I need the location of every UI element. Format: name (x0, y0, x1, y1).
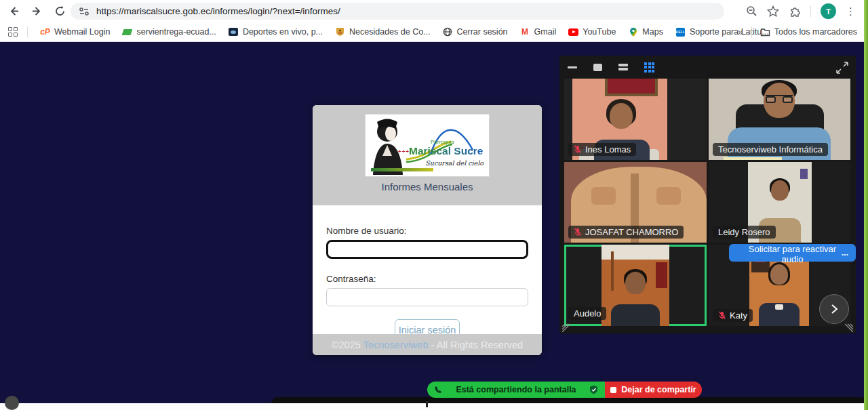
dell-icon: DELL (675, 27, 686, 37)
phone-icon (434, 386, 443, 394)
meeting-panel: Ines Lomas Tecnoserviweb Informática JOS… (559, 56, 856, 333)
stop-share-button[interactable]: Dejar de compartir (605, 382, 702, 398)
globe-icon (443, 27, 453, 37)
video-tile-tecnoserviweb[interactable]: Tecnoserviweb Informática (709, 79, 850, 160)
all-bookmarks-button[interactable]: Todos los marcadores (760, 27, 857, 37)
meeting-panel-header (559, 56, 856, 79)
video-tile-ines[interactable]: Ines Lomas (564, 79, 707, 160)
speaker-view-icon[interactable] (593, 64, 602, 71)
bookmark-necesidades[interactable]: Necesidades de Co... (335, 27, 431, 37)
url-text: https://mariscalsucre.gob.ec/informes/lo… (96, 6, 340, 16)
logo-stars: +++ (398, 148, 410, 155)
video-tile-leidy[interactable]: Leidy Rosero (709, 162, 850, 243)
bookmark-webmail[interactable]: cP Webmail Login (40, 27, 110, 37)
youtube-icon (568, 27, 578, 37)
sharing-status: Está compartiendo la pantalla (427, 382, 605, 398)
sharing-status-text: Está compartiendo la pantalla (448, 385, 584, 394)
gallery-view-icon[interactable] (644, 62, 654, 73)
bottom-window-edge (0, 403, 864, 410)
footer-rights: - All Rights Reserved (431, 340, 523, 350)
browser-toolbar: https://mariscalsucre.gob.ec/informes/lo… (0, 0, 864, 22)
logo-sucursal-text: Sucursal del cielo (425, 159, 484, 167)
muted-mic-icon (574, 145, 582, 154)
username-input[interactable] (326, 240, 528, 259)
participant-name-tag: Katy (713, 309, 753, 322)
servientrega-icon (122, 27, 132, 37)
more-options-button[interactable]: ... (837, 244, 853, 262)
bookmark-maps[interactable]: Maps (628, 27, 663, 37)
page-title: Informes Mensuales (313, 181, 542, 192)
deportes-icon (229, 27, 239, 37)
password-input[interactable] (326, 288, 528, 306)
footer-brand-link[interactable]: Tecnoserviweb (363, 340, 429, 350)
forward-icon[interactable] (27, 2, 46, 21)
screen-share-border (864, 0, 868, 410)
bookmark-deportes[interactable]: Deportes en vivo, p... (229, 27, 323, 37)
participant-name-tag: JOSAFAT CHAMORRO (568, 226, 684, 239)
expand-icon[interactable] (835, 61, 849, 75)
parroquia-logo: Parroquia +++ Mariscal Sucre Sucursal de… (365, 114, 490, 177)
participant-name-tag: Audelo (568, 307, 606, 320)
chevron-right-icon (830, 304, 838, 314)
cpanel-icon: cP (40, 27, 50, 37)
taskbar-tick (426, 401, 428, 407)
site-settings-icon[interactable] (79, 7, 90, 16)
footer-copyright: ©2025 (332, 340, 361, 350)
bookmark-star-icon[interactable] (767, 5, 779, 18)
reload-icon[interactable] (50, 2, 69, 21)
zoom-indicator-icon[interactable] (746, 5, 757, 17)
participant-name-tag: Leidy Rosero (713, 226, 776, 239)
bookmarks-right-separator (751, 26, 752, 38)
bookmarks-overflow-icon[interactable]: » (738, 26, 743, 37)
participant-video (601, 245, 669, 326)
bookmark-gmail[interactable]: M Gmail (520, 27, 557, 37)
gmail-icon: M (520, 27, 530, 37)
muted-mic-icon (718, 311, 726, 320)
shield-check-icon (589, 385, 598, 394)
folder-icon (760, 27, 770, 37)
logo-parroquia-text: Parroquia (431, 139, 454, 145)
crest-icon (335, 27, 345, 37)
password-label: Contraseña: (326, 274, 528, 284)
participant-name-tag: Tecnoserviweb Informática (713, 143, 828, 156)
back-icon[interactable] (4, 2, 23, 21)
bookmark-servientrega[interactable]: servientrega-ecuad... (122, 27, 216, 37)
login-card: Parroquia +++ Mariscal Sucre Sucursal de… (313, 105, 542, 355)
screen-share-banner: Está compartiendo la pantalla Dejar de c… (427, 382, 702, 398)
participants-grid: Ines Lomas Tecnoserviweb Informática JOS… (564, 79, 851, 329)
next-participants-button[interactable] (819, 294, 849, 324)
toolbar-separator (810, 5, 811, 17)
bookmarks-separator (27, 26, 28, 37)
maps-pin-icon (628, 27, 638, 37)
login-card-header: Parroquia +++ Mariscal Sucre Sucursal de… (313, 105, 542, 205)
strip-view-icon[interactable] (618, 64, 628, 70)
bookmarks-bar: cP Webmail Login servientrega-ecuad... D… (0, 22, 864, 42)
apps-grid-icon[interactable] (8, 27, 18, 37)
browser-menu-icon[interactable]: ⋮ (846, 6, 856, 16)
extensions-icon[interactable] (789, 5, 801, 18)
resize-handle[interactable] (845, 323, 854, 332)
video-tile-audelo[interactable]: Audelo (564, 245, 707, 326)
video-tile-josafat[interactable]: JOSAFAT CHAMORRO (564, 162, 707, 243)
login-card-footer: ©2025 Tecnoserviweb - All Rights Reserve… (313, 334, 542, 355)
corner-widget (5, 396, 19, 410)
minimize-view-icon[interactable] (568, 66, 577, 68)
address-bar[interactable]: https://mariscalsucre.gob.ec/informes/lo… (71, 3, 724, 20)
resize-handle[interactable] (561, 323, 570, 332)
logo-color-bar (371, 168, 433, 171)
stop-icon (610, 387, 616, 393)
participant-name-tag: Ines Lomas (568, 143, 636, 156)
profile-avatar[interactable]: T (821, 3, 836, 19)
muted-mic-icon (574, 228, 582, 237)
username-label: Nombre de usuario: (326, 226, 528, 236)
logo-mariscal-sucre-text: Mariscal Sucre (409, 145, 483, 157)
bookmark-youtube[interactable]: YouTube (568, 27, 616, 37)
bookmark-cerrar-sesion[interactable]: Cerrar sesión (443, 27, 508, 37)
